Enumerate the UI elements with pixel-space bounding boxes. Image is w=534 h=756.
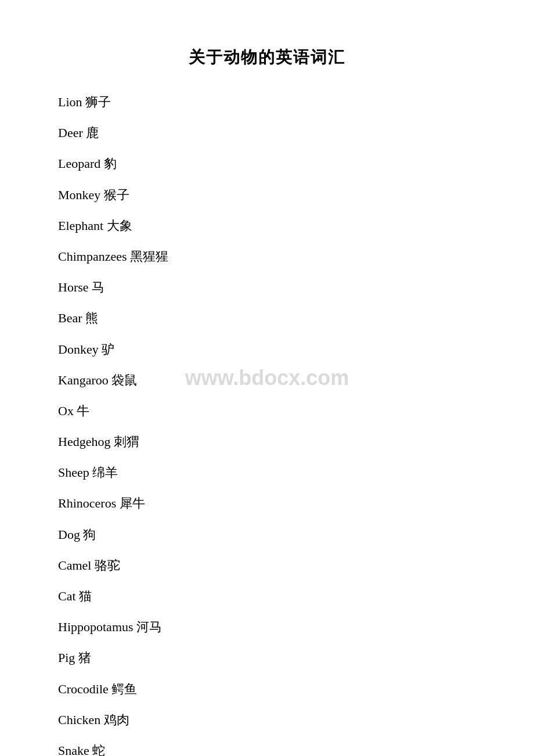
list-item: Camel 骆驼 [58,555,476,575]
list-item: Chimpanzees 黑猩猩 [58,246,476,267]
list-item: Crocodile 鳄鱼 [58,679,476,699]
list-item: Sheep 绵羊 [58,462,476,483]
list-item: Monkey 猴子 [58,185,476,205]
list-item: Chicken 鸡肉 [58,710,476,730]
list-item: Rhinoceros 犀牛 [58,493,476,513]
list-item: Hippopotamus 河马 [58,617,476,637]
list-item: Lion 狮子 [58,92,476,112]
list-item: Pig 猪 [58,647,476,668]
list-item: Elephant 大象 [58,215,476,236]
list-item: Kangaroo 袋鼠 [58,370,476,390]
list-item: Leopard 豹 [58,153,476,174]
list-item: Donkey 驴 [58,339,476,359]
list-item: Cat 猫 [58,586,476,606]
list-item: Snake 蛇 [58,740,476,756]
list-item: Ox 牛 [58,401,476,421]
list-item: Bear 熊 [58,308,476,328]
list-item: Horse 马 [58,277,476,297]
list-item: Deer 鹿 [58,123,476,143]
vocab-list: Lion 狮子Deer 鹿Leopard 豹Monkey 猴子Elephant … [58,92,476,756]
list-item: Hedgehog 刺猬 [58,431,476,452]
list-item: Dog 狗 [58,524,476,545]
page-title: 关于动物的英语词汇 [58,46,476,69]
